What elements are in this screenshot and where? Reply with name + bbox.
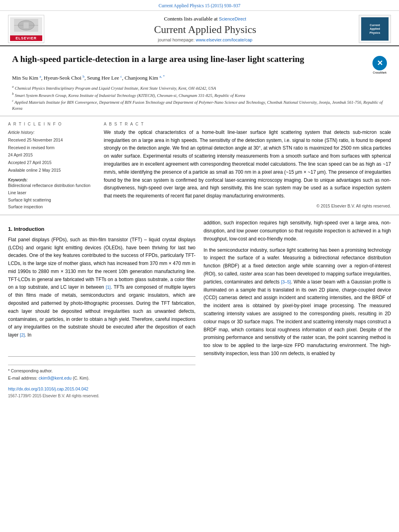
author-hyeun: Hyeun-Seok Choi — [44, 75, 82, 81]
journal-homepage: journal homepage: www.elsevier.com/locat… — [51, 37, 359, 42]
email-name: (C. Kim). — [73, 376, 89, 380]
received-date: Received 25 November 2014 — [8, 136, 97, 144]
author-chanjoong-sup: a, * — [159, 74, 165, 78]
keyword-1: Bidirectional reflectance distribution f… — [8, 182, 97, 189]
journal-logo-cap: CurrentAppliedPhysics — [359, 15, 391, 43]
elsevier-logo-image — [10, 17, 42, 35]
author-seung-sup: c — [120, 74, 122, 78]
section1-title: 1. Introduction — [8, 225, 195, 233]
main-body: 1. Introduction Flat panel displays (FPD… — [0, 215, 399, 404]
author-minsu: Min Su Kim — [12, 75, 38, 81]
article-info-col: A R T I C L E I N F O Article history: R… — [8, 122, 97, 211]
journal-title: Current Applied Physics — [51, 24, 359, 36]
history-label: Article history: — [8, 129, 97, 136]
received-revised-label: Received in revised form — [8, 144, 97, 152]
keyword-3: Surface light scattering — [8, 197, 97, 204]
issn-line: 1567-1739/© 2015 Elsevier B.V. All right… — [8, 393, 195, 400]
crossmark-icon: ✕ — [372, 56, 387, 70]
journal-reference: Current Applied Physics 15 (2015) 930–93… — [158, 3, 240, 8]
footnote-divider — [8, 356, 195, 357]
contents-available: Contents lists available at ScienceDirec… — [51, 16, 359, 22]
keywords-label: Keywords: — [8, 177, 97, 182]
author-hyeun-sup: b — [83, 74, 85, 78]
copyright-line: © 2015 Elsevier B.V. All rights reserved… — [104, 203, 391, 208]
abstract-col: A B S T R A C T We study the optical cha… — [104, 122, 391, 211]
cap-logo-text: CurrentAppliedPhysics — [370, 23, 380, 34]
footnote-area: * Corresponding author. E-mail address: … — [8, 365, 195, 382]
body-col-right: addition, such inspection requires high … — [204, 219, 391, 400]
keyword-4: Surface inspection — [8, 203, 97, 211]
body-col2-p2: In the semiconductor industry, surface l… — [204, 246, 391, 358]
header-center: Contents lists available at ScienceDirec… — [51, 16, 359, 42]
article-info-table: Article history: Received 25 November 20… — [8, 129, 97, 174]
keyword-2: Line laser — [8, 189, 97, 197]
body-columns: 1. Introduction Flat panel displays (FPD… — [8, 219, 391, 400]
revised-date: 24 April 2015 — [8, 151, 97, 159]
ref-1[interactable]: [1] — [106, 285, 111, 290]
crossmark-label: CrossMark — [372, 71, 387, 74]
homepage-url[interactable]: www.elsevier.com/locate/cap — [196, 37, 253, 42]
keywords-list: Bidirectional reflectance distribution f… — [8, 182, 97, 211]
affiliation-c: c Applied Materials Institute for BIN Co… — [12, 99, 387, 112]
sciencedirect-link[interactable]: ScienceDirect — [219, 16, 246, 21]
article-info-label: A R T I C L E I N F O — [8, 122, 97, 126]
author-seung: Seung Hee Lee — [87, 75, 119, 81]
article-info-abstract: A R T I C L E I N F O Article history: R… — [0, 116, 399, 215]
author-chanjoong: Chanjoong Kim — [125, 75, 158, 81]
email-link[interactable]: ckim9@kent.edu — [39, 376, 72, 380]
svg-rect-3 — [23, 22, 29, 29]
homepage-label: journal homepage: — [158, 37, 195, 42]
article-title: A high-speed particle-detection in a lar… — [12, 53, 304, 65]
header-section: ELSEVIER Contents lists available at Sci… — [0, 11, 399, 46]
corresponding-author: * Corresponding author. — [8, 368, 195, 374]
elsevier-label: ELSEVIER — [10, 35, 42, 41]
affiliations: a Chemical Physics Interdisciplinary Pro… — [12, 84, 387, 112]
top-bar: Current Applied Physics 15 (2015) 930–93… — [0, 0, 399, 11]
email-label: E-mail address: — [8, 376, 37, 380]
authors-line: Min Su Kim a, Hyeun-Seok Choi b, Seung H… — [12, 74, 387, 81]
ref-3-5[interactable]: [3–5] — [281, 279, 291, 284]
body-col-left: 1. Introduction Flat panel displays (FPD… — [8, 219, 195, 400]
page: Current Applied Physics 15 (2015) 930–93… — [0, 0, 399, 532]
doi-link[interactable]: http://dx.doi.org/10.1016/j.cap.2015.04.… — [8, 386, 88, 391]
email-line: E-mail address: ckim9@kent.edu (C. Kim). — [8, 374, 195, 382]
contents-text: Contents lists available at — [164, 16, 218, 22]
body-col2-p1: addition, such inspection requires high … — [204, 219, 391, 243]
affiliation-b: b Smart System Research Group, Korea Ins… — [12, 92, 387, 99]
article-header: A high-speed particle-detection in a lar… — [0, 46, 399, 116]
abstract-text: We study the optical characteristics of … — [104, 129, 391, 200]
body-col1-p1: Flat panel displays (FPDs), such as thin… — [8, 236, 195, 339]
header-left: ELSEVIER — [8, 15, 51, 43]
affiliation-a: a Chemical Physics Interdisciplinary Pro… — [12, 84, 387, 91]
available-date: Available online 2 May 2015 — [8, 166, 97, 174]
elsevier-logo: ELSEVIER — [8, 15, 44, 43]
ref-2[interactable]: [2] — [20, 333, 25, 337]
abstract-label: A B S T R A C T — [104, 122, 391, 126]
crossmark-badge: ✕ CrossMark — [372, 56, 387, 70]
accepted-date: Accepted 27 April 2015 — [8, 159, 97, 166]
author-minsu-sup: a — [39, 74, 41, 78]
